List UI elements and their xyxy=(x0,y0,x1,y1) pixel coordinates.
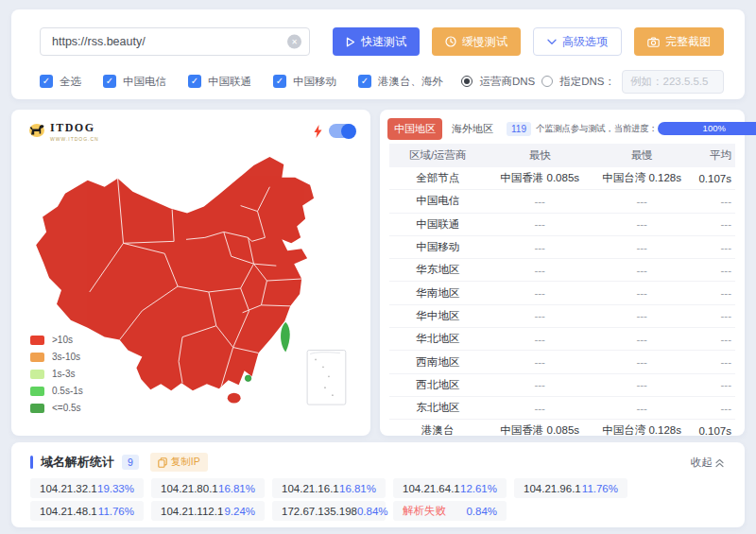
table-cell: --- xyxy=(593,334,690,345)
itdog-logo: ITDOG WWW.ITDOG.CN xyxy=(28,121,99,142)
custom-dns-input[interactable] xyxy=(622,70,724,94)
table-cell: --- xyxy=(486,242,593,253)
table-cell: --- xyxy=(690,310,735,321)
result-table: 区域/运营商最快最慢平均 全部节点中国香港 0.085s中国台湾 0.128s0… xyxy=(389,144,735,442)
checkbox-label: 中国移动 xyxy=(293,75,336,89)
ip-percentage: 16.81% xyxy=(339,483,376,494)
result-panel: 中国地区 海外地区 119 个监测点参与测试，当前进度： 100% 区域/运营商… xyxy=(380,110,745,436)
legend-label: 0.5s-1s xyxy=(52,386,83,396)
dns-stats-title: 域名解析统计 xyxy=(41,454,114,471)
table-cell: --- xyxy=(593,287,690,299)
map-mode-toggle[interactable] xyxy=(329,124,355,138)
table-cell: 中国联通 xyxy=(389,217,486,232)
table-cell: --- xyxy=(486,218,593,230)
table-cell: --- xyxy=(690,196,735,207)
table-cell: --- xyxy=(593,379,690,390)
table-cell: --- xyxy=(593,218,690,230)
table-cell: --- xyxy=(593,265,690,276)
table-cell: --- xyxy=(486,196,593,207)
full-screenshot-button[interactable]: 完整截图 xyxy=(634,27,724,56)
table-cell: --- xyxy=(690,242,735,253)
table-cell: --- xyxy=(486,287,593,299)
table-row: 东北地区--------- xyxy=(389,397,735,420)
slow-test-button[interactable]: 缓慢测试 xyxy=(432,27,521,56)
table-cell: 0.107s xyxy=(690,173,735,184)
checkbox-item-1[interactable]: ✓中国电信 xyxy=(103,75,166,89)
ip-address: 104.21.48.1 xyxy=(40,506,97,517)
ip-stat-item: 104.21.32.119.33% xyxy=(30,478,144,498)
table-cell: --- xyxy=(690,403,735,414)
table-cell: 中国电信 xyxy=(389,194,486,208)
table-cell: --- xyxy=(593,356,690,368)
table-cell: 华东地区 xyxy=(389,263,486,277)
hainan-island xyxy=(228,393,241,404)
collapse-button[interactable]: 收起 xyxy=(691,456,724,470)
tab-overseas-region[interactable]: 海外地区 xyxy=(452,122,493,136)
table-cell: 中国香港 0.085s xyxy=(486,423,593,438)
checkbox-item-3[interactable]: ✓中国移动 xyxy=(273,75,336,89)
table-cell: 中国香港 0.085s xyxy=(486,171,593,185)
table-header-cell: 平均 xyxy=(690,148,735,163)
result-table-header: 区域/运营商最快最慢平均 xyxy=(389,144,735,167)
copy-ip-button[interactable]: 复制IP xyxy=(150,453,208,472)
node-count-badge: 119 xyxy=(507,122,531,136)
camera-icon xyxy=(647,37,660,47)
table-cell: 中国台湾 0.128s xyxy=(593,423,690,438)
ip-stat-item: 104.21.48.111.76% xyxy=(30,501,144,521)
legend-item-3: 0.5s-1s xyxy=(30,386,83,396)
legend-swatch xyxy=(30,370,44,379)
result-table-body: 全部节点中国香港 0.085s中国台湾 0.128s0.107s中国电信----… xyxy=(389,167,735,442)
url-input[interactable] xyxy=(40,27,310,56)
dns-stats-panel: 域名解析统计 9 复制IP 收起 104.21.32.119.33%104.21… xyxy=(11,442,745,527)
clear-input-icon[interactable]: ✕ xyxy=(287,35,301,49)
ip-address: 104.21.32.1 xyxy=(40,483,97,494)
table-header-cell: 最慢 xyxy=(593,148,690,163)
ip-stats-grid: 104.21.32.119.33%104.21.80.116.81%104.21… xyxy=(30,478,627,521)
table-row: 中国联通--------- xyxy=(389,214,735,236)
checkbox-check-icon: ✓ xyxy=(188,75,201,88)
ip-stat-item: 104.21.96.111.76% xyxy=(514,478,627,498)
dog-logo-icon xyxy=(28,121,47,138)
table-row: 港澳台中国香港 0.085s中国台湾 0.128s0.107s xyxy=(389,420,735,441)
table-cell: --- xyxy=(593,196,690,207)
quick-test-label: 快速测试 xyxy=(361,34,406,50)
quick-test-button[interactable]: 快速测试 xyxy=(333,27,420,56)
play-icon xyxy=(346,37,355,47)
tab-china-region[interactable]: 中国地区 xyxy=(387,118,442,140)
table-row: 中国电信--------- xyxy=(389,190,735,213)
table-cell: --- xyxy=(690,379,735,390)
chevron-down-icon xyxy=(547,39,557,45)
custom-dns-radio[interactable] xyxy=(541,76,553,87)
legend-item-1: 3s-10s xyxy=(30,352,83,362)
checkbox-label: 全选 xyxy=(60,75,81,89)
clock-icon xyxy=(445,36,456,47)
table-cell: 0.107s xyxy=(690,425,735,437)
progress-text: 个监测点参与测试，当前进度： xyxy=(536,123,658,135)
operator-dns-label: 运营商DNS xyxy=(479,75,535,89)
advanced-options-button[interactable]: 高级选项 xyxy=(533,27,622,56)
ip-address: 104.21.64.1 xyxy=(403,483,460,494)
legend-item-4: <=0.5s xyxy=(30,403,83,413)
legend-swatch xyxy=(30,336,44,345)
url-row: ✕ 快速测试 缓慢测试 高级选项 xyxy=(40,27,724,56)
table-cell: --- xyxy=(486,403,593,414)
operator-dns-radio[interactable] xyxy=(461,76,472,87)
checkbox-item-2[interactable]: ✓中国联通 xyxy=(188,75,251,89)
checkbox-item-0[interactable]: ✓全选 xyxy=(40,75,81,89)
ip-percentage: 0.84% xyxy=(466,506,497,517)
map-panel: ITDOG WWW.ITDOG.CN xyxy=(11,110,370,436)
custom-dns-label: 指定DNS： xyxy=(559,75,615,89)
table-cell: --- xyxy=(690,265,735,276)
ip-stat-item: 104.21.80.116.81% xyxy=(151,478,265,498)
checkbox-item-4[interactable]: ✓港澳台、海外 xyxy=(358,75,443,89)
ip-percentage: 9.24% xyxy=(224,506,255,517)
table-cell: --- xyxy=(486,379,593,390)
chevrons-up-icon xyxy=(715,458,724,468)
table-cell: --- xyxy=(486,334,593,345)
test-config-card: ✕ 快速测试 缓慢测试 高级选项 xyxy=(11,9,745,99)
progress-bar: 100% xyxy=(658,122,756,135)
table-cell: 中国移动 xyxy=(389,240,486,254)
ip-address: 104.21.16.1 xyxy=(282,483,339,494)
legend-label: <=0.5s xyxy=(52,403,81,413)
table-cell: --- xyxy=(593,403,690,414)
